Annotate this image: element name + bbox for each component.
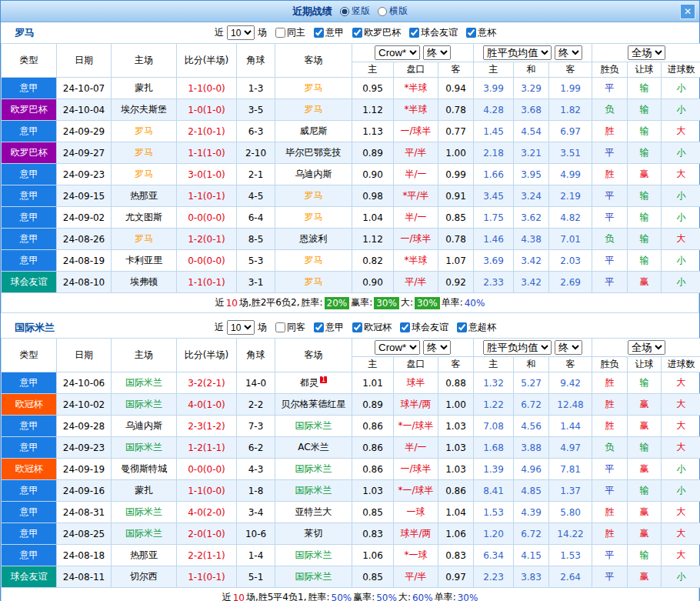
match-count-select[interactable]: 10: [227, 25, 255, 40]
odds-time-select[interactable]: 终: [423, 45, 451, 60]
score: 1-1(1-0): [177, 142, 237, 164]
away-team: AC米兰: [275, 437, 352, 459]
score: 1-1(0-1): [177, 185, 237, 207]
league-filter-checkbox-input[interactable]: [400, 322, 410, 332]
same-venue-checkbox[interactable]: 同客: [275, 321, 305, 334]
league-filter-checkbox[interactable]: 欧冠杯: [352, 321, 392, 334]
corner-count: 3-4: [237, 502, 275, 523]
summary-count: 10: [226, 298, 238, 309]
handicap-result: 输: [628, 99, 662, 121]
layout-vertical-radio-input[interactable]: [340, 7, 349, 16]
corner-count: 1-4: [237, 545, 275, 566]
league-filter-checkbox-input[interactable]: [409, 28, 419, 38]
scope-group-header: 全场: [592, 44, 700, 62]
score: 1-0(1-0): [177, 99, 237, 121]
match-date: 24-09-23: [57, 164, 112, 185]
league-filter-checkbox[interactable]: 意超杯: [457, 321, 496, 334]
league-badge: 意甲: [2, 229, 57, 250]
match-row: 意甲24-10-06国际米兰3-2(2-1)14-0都灵11.01球半0.881…: [2, 372, 700, 394]
league-filter-checkbox[interactable]: 球会友谊: [409, 26, 458, 39]
league-badge: 意甲: [2, 250, 57, 272]
match-row: 意甲24-09-02尤文图斯0-0(0-0)6-4罗马1.04半/一0.851.…: [2, 207, 700, 229]
match-row: 球会友谊24-08-11切尔西1-1(0-1)5-1国际米兰0.85平/半0.9…: [2, 566, 700, 588]
summary-row: 近10场,胜2平6负2,胜率:20%赢率:30%大:30%单率:40%: [1, 293, 699, 313]
home-team: 蒙扎: [112, 480, 177, 502]
avg-time-select[interactable]: 终: [555, 45, 582, 60]
league-filter-checkbox-input[interactable]: [466, 28, 476, 38]
away-team: 都灵1: [275, 372, 352, 394]
games-label: 场: [258, 321, 267, 334]
match-date: 24-08-26: [57, 229, 112, 250]
avg-type-select[interactable]: 胜平负均值: [483, 340, 552, 355]
league-filter-checkbox[interactable]: 球会友谊: [400, 321, 448, 334]
league-filter-checkbox[interactable]: 意甲: [314, 26, 344, 39]
league-filter-checkbox-input[interactable]: [314, 28, 324, 38]
handicap-away-odds: 0.92: [438, 272, 474, 293]
column-header: 让球: [628, 62, 662, 78]
column-header: 让球: [628, 357, 662, 372]
layout-vertical-radio[interactable]: 竖版: [340, 5, 370, 18]
layout-horizontal-radio[interactable]: 横版: [378, 5, 408, 18]
handicap-result: 输: [628, 142, 662, 164]
same-venue-checkbox-input[interactable]: [275, 28, 285, 38]
handicap-away-odds: 1.00: [438, 142, 474, 164]
handicap-home-odds: 0.85: [352, 502, 394, 523]
odds-time-select[interactable]: 终: [423, 340, 451, 355]
handicap-away-odds: 0.97: [438, 566, 474, 588]
summary-stat-value: 30%: [415, 297, 440, 309]
odds-company-select[interactable]: Crow*: [375, 45, 420, 60]
match-count-select[interactable]: 10: [227, 320, 255, 335]
matches-table: 类型日期主场比分(半场)角球客场Crow*终胜平负均值终全场主盘口客主和客胜负让…: [1, 43, 700, 293]
layout-horizontal-radio-input[interactable]: [378, 7, 387, 16]
home-team: 乌迪内斯: [112, 416, 177, 437]
avg-draw-odds: 3.88: [514, 437, 549, 459]
odds-company-select[interactable]: Crow*: [375, 340, 420, 355]
handicap-result: 输: [628, 250, 662, 272]
handicap-result: 输: [628, 372, 662, 394]
same-venue-checkbox[interactable]: 同主: [275, 26, 305, 39]
home-team: 卡利亚里: [112, 250, 177, 272]
league-filter-checkbox-input[interactable]: [314, 322, 324, 332]
away-team: 罗马: [275, 99, 352, 121]
scope-select[interactable]: 全场: [628, 340, 665, 355]
handicap-result: 赢: [628, 566, 662, 588]
match-result: 平: [592, 78, 628, 99]
handicap-line: 球半/两: [394, 523, 438, 545]
handicap-line: 球半: [394, 372, 438, 394]
league-filter-checkbox[interactable]: 意甲: [314, 321, 344, 334]
league-badge: 意甲: [2, 480, 57, 502]
same-venue-checkbox-input[interactable]: [275, 322, 285, 332]
handicap-away-odds: 0.99: [438, 164, 474, 185]
column-header: 胜负: [592, 357, 628, 372]
close-icon[interactable]: ✕: [680, 4, 695, 19]
match-result: 平: [592, 566, 628, 588]
league-filter-checkbox-input[interactable]: [352, 322, 362, 332]
team-name: 国际米兰: [1, 321, 215, 335]
scope-select[interactable]: 全场: [628, 45, 665, 60]
column-header: 日期: [57, 44, 112, 78]
handicap-home-odds: 1.04: [352, 207, 394, 229]
home-team: 切尔西: [112, 566, 177, 588]
league-filter-checkbox[interactable]: 意杯: [466, 26, 496, 39]
corner-count: 8-5: [237, 229, 275, 250]
league-filter-checkbox-input[interactable]: [457, 322, 467, 332]
score: 2-3(1-2): [177, 416, 237, 437]
avg-home-odds: 2.33: [474, 272, 514, 293]
avg-time-select[interactable]: 终: [555, 340, 582, 355]
handicap-home-odds: 1.13: [352, 121, 394, 142]
league-filter-checkbox[interactable]: 欧罗巴杯: [352, 26, 401, 39]
away-team: 恩波利: [275, 229, 352, 250]
avg-away-odds: 1.53: [549, 545, 592, 566]
avg-away-odds: 1.37: [549, 480, 592, 502]
match-date: 24-09-15: [57, 185, 112, 207]
home-team: 热那亚: [112, 185, 177, 207]
odds-group-header: Crow*终: [352, 44, 474, 62]
avg-home-odds: 1.66: [474, 164, 514, 185]
avg-type-select[interactable]: 胜平负均值: [483, 45, 552, 60]
handicap-away-odds: 1.00: [438, 394, 474, 416]
league-filter-checkbox-input[interactable]: [352, 28, 362, 38]
match-date: 24-10-02: [57, 394, 112, 416]
avg-home-odds: 3.69: [474, 250, 514, 272]
goals-result: 小: [662, 142, 700, 164]
league-badge: 意甲: [2, 437, 57, 459]
